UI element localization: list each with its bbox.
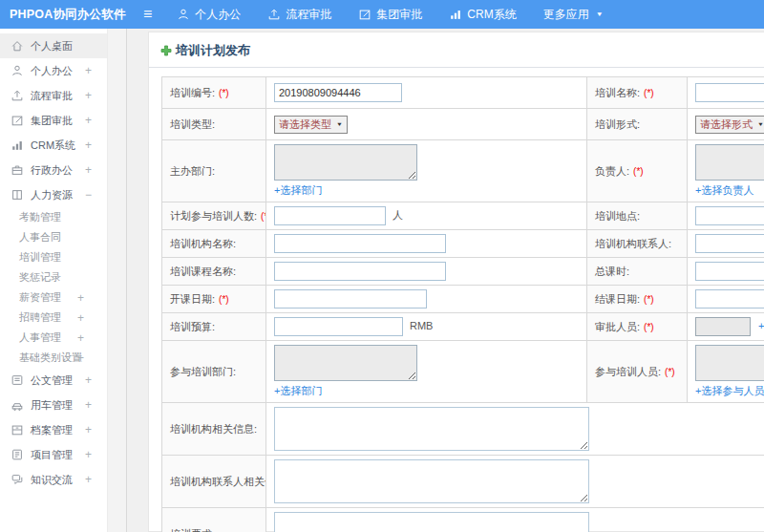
expand-toggle-icon[interactable]: − [85, 188, 92, 202]
sidebar-item-label: 薪资管理 [19, 290, 61, 305]
text-input[interactable] [695, 262, 764, 281]
picker-link[interactable]: +选择部门 [274, 384, 322, 398]
expand-toggle-icon[interactable]: + [85, 448, 92, 461]
field-label-cell: 结课日期:(*) [587, 286, 688, 313]
picker-textarea[interactable] [695, 144, 764, 181]
text-input[interactable] [274, 289, 427, 309]
archive-icon [11, 423, 24, 436]
text-input[interactable] [695, 317, 751, 336]
picker-textarea[interactable] [274, 144, 417, 181]
topnav-item[interactable]: 流程审批 [267, 7, 331, 23]
text-input[interactable] [274, 234, 446, 253]
expand-toggle-icon[interactable]: + [77, 351, 84, 365]
sidebar-item-label: 人事管理 [19, 330, 61, 345]
expand-toggle-icon[interactable]: + [85, 64, 92, 77]
expand-toggle-icon[interactable]: + [85, 138, 92, 152]
required-mark: (*) [644, 322, 654, 332]
expand-toggle-icon[interactable]: + [77, 291, 84, 305]
sidebar: 个人桌面个人办公+流程审批+集团审批+CRM系统+行政办公+人力资源−考勤管理人… [0, 29, 127, 532]
user-icon [11, 64, 24, 77]
field-label-cell: 培训类型: [162, 109, 266, 140]
text-input[interactable] [695, 83, 764, 102]
field-label: 培训名称: [595, 87, 640, 98]
field-label: 计划参与培训人数: [170, 210, 257, 222]
topnav-item[interactable]: 更多应用▼ [543, 7, 604, 23]
select-value: 请选择类型 [279, 117, 331, 132]
topnav-item[interactable]: CRM系统 [449, 7, 516, 23]
field-cell: 人 [266, 202, 587, 230]
multiline-textarea[interactable] [274, 459, 589, 503]
field-label: 开课日期: [170, 293, 215, 305]
expand-toggle-icon[interactable]: + [85, 473, 92, 486]
field-label-cell: 审批人员:(*) [587, 313, 688, 341]
field-label-cell: 开课日期:(*) [162, 286, 266, 313]
book-icon [11, 188, 24, 202]
training-plan-form: 培训编号:(*)培训名称:(*)培训类型:请选择类型▼培训形式:请选择形式▼主办… [161, 76, 764, 532]
expand-toggle-icon[interactable]: + [85, 398, 92, 412]
chart-icon [449, 8, 462, 21]
car-icon [11, 398, 24, 412]
picker-textarea[interactable] [695, 345, 764, 381]
multiline-textarea[interactable] [274, 407, 589, 451]
field-cell [266, 508, 764, 532]
sidebar-scrollbar[interactable] [107, 29, 126, 532]
sidebar-item-label: 流程审批 [31, 89, 73, 103]
sidebar-item-label: 用车管理 [31, 398, 73, 413]
expand-toggle-icon[interactable]: + [85, 423, 92, 436]
form-row: 培训类型:请选择类型▼培训形式:请选择形式▼ [162, 109, 764, 140]
field-label: 培训机构相关信息: [170, 423, 257, 435]
picker-textarea[interactable] [274, 345, 417, 381]
select-dropdown[interactable]: 请选择类型▼ [274, 116, 348, 134]
chart-icon [11, 138, 24, 152]
user-icon [177, 8, 190, 21]
select-dropdown[interactable]: 请选择形式▼ [695, 116, 764, 134]
field-label-cell: 负责人:(*) [587, 140, 688, 202]
select-value: 请选择形式 [700, 117, 753, 132]
field-label: 培训类型: [170, 118, 215, 130]
picker-link[interactable]: +选择部门 [274, 183, 322, 198]
text-input[interactable] [695, 206, 764, 225]
sidebar-item-label: 公文管理 [31, 373, 73, 388]
required-mark: (*) [261, 211, 265, 222]
required-mark: (*) [665, 367, 675, 377]
expand-toggle-icon[interactable]: + [85, 89, 92, 102]
text-input[interactable] [274, 206, 386, 225]
sidebar-item-label: 考勤管理 [19, 210, 61, 224]
text-input[interactable] [695, 289, 764, 309]
field-label-cell: 培训编号:(*) [162, 77, 266, 109]
text-input[interactable] [695, 234, 764, 253]
text-input[interactable] [274, 262, 446, 281]
expand-toggle-icon[interactable]: + [77, 331, 84, 345]
field-cell: RMB [266, 313, 587, 341]
form-row: 开课日期:(*)结课日期:(*) [162, 286, 764, 313]
field-label: 培训机构名称: [170, 238, 236, 249]
picker-link[interactable]: +选择审批人员 [758, 319, 764, 333]
text-input[interactable] [274, 83, 402, 102]
text-input[interactable] [274, 317, 403, 336]
page-title-bar: 培训计划发布 [149, 38, 764, 68]
field-cell [688, 258, 764, 286]
field-label: 培训编号: [170, 87, 215, 98]
picker-link[interactable]: +选择负责人 [695, 183, 753, 198]
expand-toggle-icon[interactable]: + [85, 163, 92, 177]
field-cell [688, 286, 764, 313]
picker-link[interactable]: +选择参与人员 [695, 384, 764, 398]
briefcase-icon [11, 163, 24, 177]
topnav-item[interactable]: 集团审批 [358, 7, 422, 23]
field-label: 总课时: [595, 266, 629, 277]
menu-toggle-icon[interactable]: ≡ [143, 0, 152, 29]
expand-toggle-icon[interactable]: + [77, 311, 84, 325]
doc-icon [11, 373, 24, 387]
topnav-item[interactable]: 个人办公 [177, 7, 241, 23]
main-content: 培训计划发布 培训编号:(*)培训名称:(*)培训类型:请选择类型▼培训形式:请… [127, 29, 764, 532]
expand-toggle-icon[interactable]: + [85, 114, 92, 127]
sidebar-item-label: 人力资源 [31, 188, 73, 202]
multiline-textarea[interactable] [274, 512, 589, 532]
field-cell [266, 286, 587, 313]
required-mark: (*) [219, 88, 229, 98]
expand-toggle-icon[interactable]: + [85, 373, 92, 387]
field-label: 培训形式: [595, 118, 640, 130]
field-label: 审批人员: [595, 321, 640, 332]
topbar: PHPOA协同办公软件 ≡ 个人办公流程审批集团审批CRM系统更多应用▼ [0, 0, 764, 29]
sidebar-item-label: 招聘管理 [19, 310, 61, 325]
